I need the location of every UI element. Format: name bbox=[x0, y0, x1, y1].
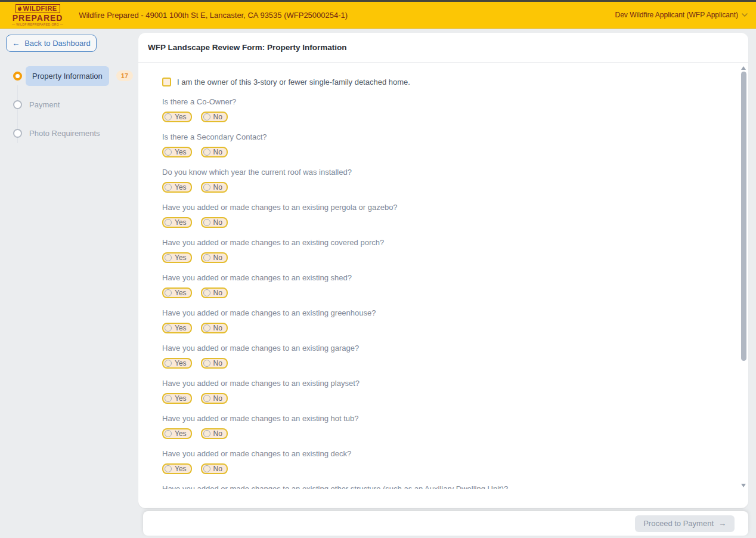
radio-option-label: No bbox=[213, 218, 222, 227]
radio-option-label: Yes bbox=[175, 289, 187, 297]
question-block: Have you added or made changes to an exi… bbox=[162, 308, 740, 333]
user-menu[interactable]: Dev Wildfire Applicant (WFP Applicant) bbox=[615, 11, 748, 19]
radio-option-label: Yes bbox=[175, 183, 187, 191]
radio-option-yes[interactable]: Yes bbox=[162, 463, 192, 474]
user-menu-label: Dev Wildfire Applicant (WFP Applicant) bbox=[615, 11, 738, 19]
radio-circle-icon bbox=[165, 254, 172, 261]
sidebar-step-property-information[interactable]: Property Information 17 bbox=[13, 61, 138, 90]
form-panel-header: WFP Landscape Review Form: Property Info… bbox=[138, 33, 748, 63]
question-label: Is there a Co-Owner? bbox=[162, 97, 740, 107]
radio-group: YesNo bbox=[162, 182, 740, 193]
page-title: Wildfire Prepared - 49001 100th St E, La… bbox=[79, 11, 348, 20]
radio-circle-icon bbox=[203, 395, 210, 402]
sidebar-step-payment[interactable]: Payment bbox=[13, 90, 138, 119]
back-arrow-icon: ← bbox=[12, 39, 20, 48]
radio-option-yes[interactable]: Yes bbox=[162, 112, 192, 122]
radio-option-yes[interactable]: Yes bbox=[162, 358, 192, 369]
question-block: Have you added or made changes to an exi… bbox=[162, 484, 740, 489]
radio-option-label: No bbox=[213, 429, 222, 438]
logo-line1: WILDFIRE bbox=[23, 5, 57, 12]
back-button-label: Back to Dashboard bbox=[24, 39, 91, 48]
radio-option-no[interactable]: No bbox=[201, 112, 228, 122]
chevron-down-icon bbox=[742, 13, 748, 17]
radio-option-label: No bbox=[213, 113, 222, 121]
radio-option-yes[interactable]: Yes bbox=[162, 217, 192, 228]
radio-circle-icon bbox=[165, 465, 172, 472]
radio-option-label: Yes bbox=[175, 359, 187, 367]
radio-group: YesNo bbox=[162, 252, 740, 263]
wildfire-prepared-logo: WILDFIRE PREPARED — WILDFIREPREPARED.ORG… bbox=[12, 4, 63, 26]
back-to-dashboard-button[interactable]: ← Back to Dashboard bbox=[6, 35, 97, 52]
step-label: Photo Requirements bbox=[29, 129, 100, 138]
radio-circle-icon bbox=[203, 324, 210, 332]
form-panel: WFP Landscape Review Form: Property Info… bbox=[138, 33, 748, 508]
radio-circle-icon bbox=[165, 324, 172, 332]
radio-circle-icon bbox=[165, 113, 172, 120]
question-label: Have you added or made changes to an exi… bbox=[162, 414, 740, 424]
scroll-down-arrow-icon[interactable] bbox=[741, 484, 746, 487]
question-block: Do you know which year the current roof … bbox=[162, 168, 740, 193]
form-scrollbar[interactable] bbox=[741, 66, 746, 487]
radio-option-yes[interactable]: Yes bbox=[162, 147, 192, 157]
radio-circle-icon bbox=[203, 254, 210, 261]
owner-checkbox-row: I am the owner of this 3-story or fewer … bbox=[162, 76, 740, 87]
question-block: Have you added or made changes to an exi… bbox=[162, 414, 740, 439]
radio-option-label: No bbox=[213, 183, 222, 191]
form-footer: Proceed to Payment → bbox=[143, 511, 748, 536]
question-label: Have you added or made changes to an exi… bbox=[162, 273, 740, 283]
radio-circle-icon bbox=[165, 289, 172, 296]
sidebar-step-photo-requirements[interactable]: Photo Requirements bbox=[13, 119, 138, 147]
radio-option-label: Yes bbox=[175, 218, 187, 227]
question-block: Have you added or made changes to an exi… bbox=[162, 238, 740, 263]
question-label: Have you added or made changes to an exi… bbox=[162, 203, 740, 213]
radio-option-label: No bbox=[213, 148, 222, 156]
radio-option-no[interactable]: No bbox=[201, 463, 228, 474]
sidebar: ← Back to Dashboard Property Information… bbox=[0, 29, 138, 538]
radio-option-no[interactable]: No bbox=[201, 182, 228, 193]
form-title: WFP Landscape Review Form: Property Info… bbox=[148, 43, 347, 52]
radio-option-no[interactable]: No bbox=[201, 147, 228, 157]
questions-list: Is there a Co-Owner? YesNo Is there a Se… bbox=[162, 97, 740, 489]
radio-option-no[interactable]: No bbox=[201, 393, 228, 404]
flame-icon bbox=[17, 5, 22, 11]
radio-option-no[interactable]: No bbox=[201, 217, 228, 228]
radio-option-yes[interactable]: Yes bbox=[162, 287, 192, 298]
radio-option-label: No bbox=[213, 465, 222, 473]
question-block: Is there a Secondary Contact? YesNo bbox=[162, 132, 740, 157]
proceed-to-payment-button[interactable]: Proceed to Payment → bbox=[635, 515, 735, 532]
scroll-up-arrow-icon[interactable] bbox=[741, 66, 746, 70]
radio-option-no[interactable]: No bbox=[201, 428, 228, 439]
radio-option-yes[interactable]: Yes bbox=[162, 428, 192, 439]
radio-option-yes[interactable]: Yes bbox=[162, 323, 192, 333]
step-active-circle-icon bbox=[13, 72, 22, 81]
step-pending-circle-icon bbox=[13, 129, 22, 138]
owner-checkbox[interactable] bbox=[162, 78, 171, 86]
radio-circle-icon bbox=[203, 430, 210, 437]
form-content: I am the owner of this 3-story or fewer … bbox=[138, 63, 740, 489]
radio-option-yes[interactable]: Yes bbox=[162, 393, 192, 404]
question-label: Is there a Secondary Contact? bbox=[162, 132, 740, 143]
radio-option-no[interactable]: No bbox=[201, 252, 228, 263]
question-label: Have you added or made changes to an exi… bbox=[162, 308, 740, 319]
radio-circle-icon bbox=[165, 360, 172, 367]
radio-option-no[interactable]: No bbox=[201, 287, 228, 298]
radio-option-yes[interactable]: Yes bbox=[162, 252, 192, 263]
radio-option-label: Yes bbox=[175, 465, 187, 473]
stepper: Property Information 17 Payment Photo Re… bbox=[0, 61, 138, 147]
radio-circle-icon bbox=[203, 113, 210, 120]
question-block: Have you added or made changes to an exi… bbox=[162, 344, 740, 369]
question-block: Have you added or made changes to an exi… bbox=[162, 203, 740, 228]
radio-option-label: Yes bbox=[175, 113, 187, 121]
logo-tagline: — WILDFIREPREPARED.ORG — bbox=[12, 23, 63, 26]
radio-group: YesNo bbox=[162, 217, 740, 228]
radio-option-label: No bbox=[213, 253, 222, 262]
radio-option-label: Yes bbox=[175, 394, 187, 403]
radio-circle-icon bbox=[203, 149, 210, 156]
radio-circle-icon bbox=[165, 395, 172, 402]
radio-option-no[interactable]: No bbox=[201, 358, 228, 369]
radio-option-no[interactable]: No bbox=[201, 323, 228, 333]
radio-option-label: Yes bbox=[175, 148, 187, 156]
arrow-right-icon: → bbox=[718, 519, 726, 528]
radio-option-yes[interactable]: Yes bbox=[162, 182, 192, 193]
scrollbar-thumb[interactable] bbox=[741, 72, 746, 361]
